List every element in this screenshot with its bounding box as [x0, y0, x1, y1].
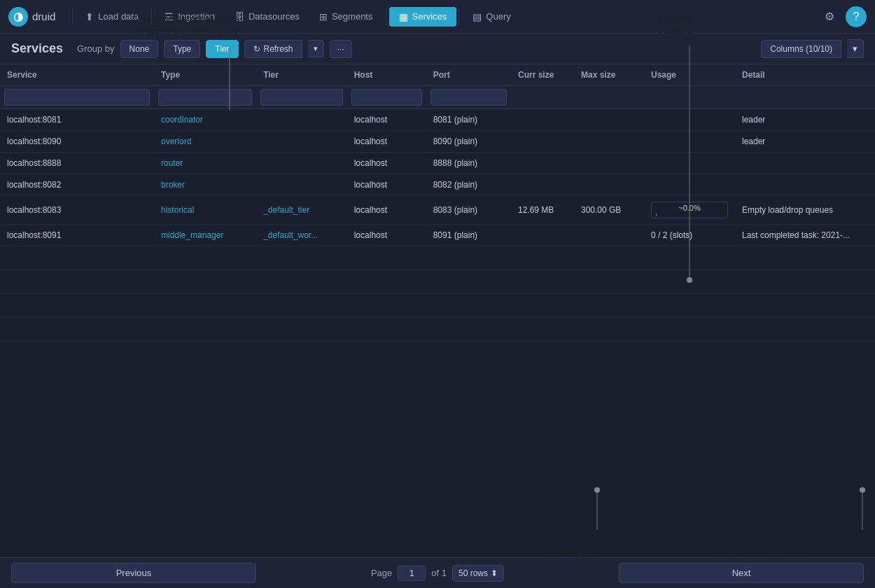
nav-label-load-data: Load data: [98, 11, 139, 22]
usage-bar: ~0.0%: [651, 202, 728, 218]
cell-curr-size: 12.69 MB: [511, 196, 574, 225]
refresh-label: Refresh: [264, 44, 293, 54]
group-by-label: Group by: [77, 43, 114, 54]
refresh-icon: ↻: [253, 44, 260, 54]
cell-type[interactable]: historical: [154, 196, 256, 225]
col-curr-size: Curr size: [511, 64, 574, 86]
toolbar: Services Group by None Type Tier ↻ Refre…: [0, 34, 875, 64]
cell-type[interactable]: coordinator: [154, 109, 256, 131]
nav-item-datasources[interactable]: 🗄 Datasources: [225, 7, 309, 27]
cell-usage: [644, 153, 735, 174]
cell-curr-size: [511, 225, 574, 246]
table-row-empty: [0, 294, 875, 318]
table-row: localhost:8090overlordlocalhost8090 (pla…: [0, 131, 875, 153]
previous-button[interactable]: Previous: [11, 563, 256, 583]
filter-host-input[interactable]: [351, 89, 422, 106]
table-header-row: Service Type Tier Host Port Curr size Ma…: [0, 64, 875, 86]
group-type-button[interactable]: Type: [164, 40, 200, 58]
columns-dropdown-button[interactable]: ▾: [847, 39, 864, 58]
cell-type[interactable]: overlord: [154, 131, 256, 153]
page-input[interactable]: [398, 566, 426, 581]
filter-type-cell: [154, 86, 256, 109]
table-container: Service Type Tier Host Port Curr size Ma…: [0, 64, 875, 557]
logo-text: druid: [32, 10, 55, 22]
cell-max-size: [574, 174, 644, 196]
table-row: localhost:8091middle_manager_default_wor…: [0, 225, 875, 246]
cell-tier: [256, 174, 347, 196]
logo-icon: ◑: [8, 7, 28, 27]
nav-item-segments[interactable]: ⊞ Segments: [309, 7, 383, 27]
table-row: localhost:8888routerlocalhost8888 (plain…: [0, 153, 875, 174]
services-icon: ▦: [399, 11, 408, 22]
filter-tier-input[interactable]: [260, 89, 343, 106]
group-tier-button[interactable]: Tier: [206, 40, 238, 58]
more-options-button[interactable]: ···: [330, 40, 352, 58]
cell-host: localhost: [347, 153, 426, 174]
nav-item-services[interactable]: ▦ Services: [389, 7, 457, 27]
cell-detail: [735, 174, 875, 196]
cell-type[interactable]: router: [154, 153, 256, 174]
table-row: localhost:8081coordinatorlocalhost8081 (…: [0, 109, 875, 131]
nav-divider-4: [459, 8, 460, 25]
cell-curr-size: [511, 131, 574, 153]
cell-max-size: 300.00 GB: [574, 196, 644, 225]
cell-tier: _default_wor...: [256, 225, 347, 246]
cell-type[interactable]: broker: [154, 174, 256, 196]
cell-usage: [644, 109, 735, 131]
pagination-center: Page of 1 50 rows ⬍: [371, 565, 504, 582]
col-host: Host: [347, 64, 426, 86]
cell-service: localhost:8888: [0, 153, 154, 174]
navbar-actions: ⚙ ?: [819, 6, 867, 27]
cell-tier: [256, 153, 347, 174]
nav-label-ingestion: Ingestion: [178, 11, 215, 22]
nav-item-load-data[interactable]: ⬆ Load data: [76, 7, 148, 27]
nav-item-query[interactable]: ▤ Query: [463, 7, 520, 27]
filter-curr-size-cell: [511, 86, 574, 109]
columns-button[interactable]: Columns (10/10): [761, 40, 841, 58]
cell-service: localhost:8091: [0, 225, 154, 246]
nav-item-ingestion[interactable]: ☰ Ingestion: [155, 7, 225, 27]
group-none-button[interactable]: None: [120, 40, 159, 58]
cell-host: localhost: [347, 225, 426, 246]
filter-port-cell: [426, 86, 511, 109]
cell-max-size: [574, 153, 644, 174]
rows-select[interactable]: 50 rows ⬍: [452, 565, 504, 582]
cell-type[interactable]: middle_manager: [154, 225, 256, 246]
services-table: Service Type Tier Host Port Curr size Ma…: [0, 64, 875, 342]
table-row: localhost:8083historical_default_tierloc…: [0, 196, 875, 225]
columns-label: Columns (10/10): [770, 44, 832, 54]
filter-type-input[interactable]: [158, 89, 252, 106]
cell-service: localhost:8081: [0, 109, 154, 131]
cell-detail: Empty load/drop queues: [735, 196, 875, 225]
settings-button[interactable]: ⚙: [819, 6, 840, 27]
cell-usage: ~0.0%: [644, 196, 735, 225]
main-content: Services Group by None Type Tier ↻ Refre…: [0, 34, 875, 588]
refresh-button[interactable]: ↻ Refresh: [244, 40, 302, 58]
cell-host: localhost: [347, 109, 426, 131]
cell-port: 8083 (plain): [426, 196, 511, 225]
nav-divider-2: [151, 8, 152, 25]
help-button[interactable]: ?: [846, 6, 867, 27]
cell-port: 8091 (plain): [426, 225, 511, 246]
cell-detail: Last completed task: 2021-...: [735, 225, 875, 246]
filter-service-input[interactable]: [4, 89, 150, 106]
cell-service: localhost:8083: [0, 196, 154, 225]
ingestion-icon: ☰: [164, 11, 174, 22]
nav-divider-1: [72, 8, 73, 25]
refresh-dropdown-button[interactable]: ▾: [308, 40, 324, 57]
cell-max-size: [574, 225, 644, 246]
cell-port: 8082 (plain): [426, 174, 511, 196]
next-button[interactable]: Next: [619, 563, 864, 583]
table-row-empty: [0, 318, 875, 342]
cell-service: localhost:8082: [0, 174, 154, 196]
filter-port-input[interactable]: [430, 89, 507, 106]
usage-bar-fill: [656, 214, 657, 216]
cell-curr-size: [511, 153, 574, 174]
cell-tier: [256, 109, 347, 131]
col-port: Port: [426, 64, 511, 86]
cell-detail: leader: [735, 131, 875, 153]
cell-tier: _default_tier: [256, 196, 347, 225]
filter-host-cell: [347, 86, 426, 109]
cell-curr-size: [511, 109, 574, 131]
nav-label-query: Query: [486, 11, 510, 22]
